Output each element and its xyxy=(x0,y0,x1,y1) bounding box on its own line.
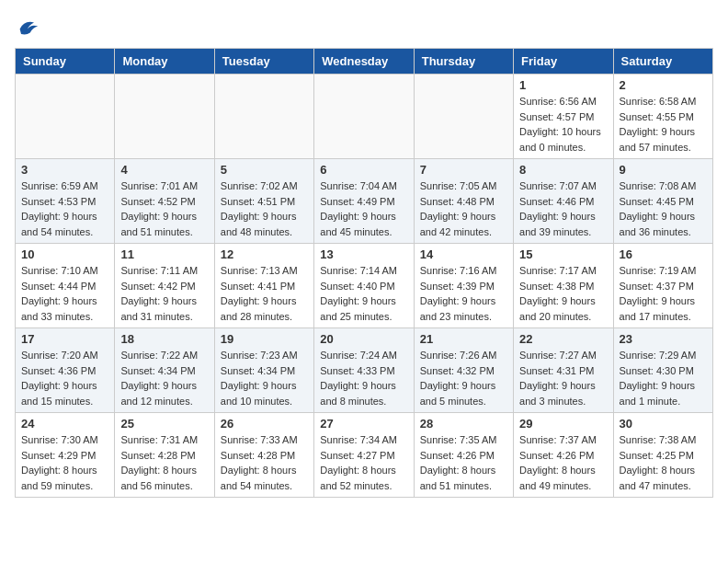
calendar-week-row: 17Sunrise: 7:20 AM Sunset: 4:36 PM Dayli… xyxy=(16,328,713,413)
calendar-cell: 28Sunrise: 7:35 AM Sunset: 4:26 PM Dayli… xyxy=(414,413,513,498)
day-number: 19 xyxy=(221,332,308,346)
logo-icon xyxy=(15,15,40,40)
day-number: 15 xyxy=(519,247,607,261)
calendar-cell: 7Sunrise: 7:05 AM Sunset: 4:48 PM Daylig… xyxy=(414,159,513,244)
day-info: Sunrise: 7:01 AM Sunset: 4:52 PM Dayligh… xyxy=(120,178,208,239)
day-number: 16 xyxy=(620,247,707,261)
day-info: Sunrise: 7:08 AM Sunset: 4:45 PM Dayligh… xyxy=(620,178,707,239)
day-info: Sunrise: 7:16 AM Sunset: 4:39 PM Dayligh… xyxy=(420,263,507,324)
calendar-cell: 9Sunrise: 7:08 AM Sunset: 4:45 PM Daylig… xyxy=(613,159,712,244)
day-info: Sunrise: 7:22 AM Sunset: 4:34 PM Dayligh… xyxy=(120,348,208,408)
day-info: Sunrise: 7:26 AM Sunset: 4:32 PM Dayligh… xyxy=(420,348,507,408)
weekday-header-monday: Monday xyxy=(115,49,214,75)
calendar-cell: 8Sunrise: 7:07 AM Sunset: 4:46 PM Daylig… xyxy=(514,159,613,244)
calendar-cell: 13Sunrise: 7:14 AM Sunset: 4:40 PM Dayli… xyxy=(314,244,414,328)
weekday-header-saturday: Saturday xyxy=(613,49,712,75)
calendar-cell: 17Sunrise: 7:20 AM Sunset: 4:36 PM Dayli… xyxy=(16,328,115,413)
day-number: 9 xyxy=(620,163,707,177)
day-info: Sunrise: 7:17 AM Sunset: 4:38 PM Dayligh… xyxy=(519,263,607,324)
day-info: Sunrise: 7:14 AM Sunset: 4:40 PM Dayligh… xyxy=(320,263,407,324)
day-number: 2 xyxy=(620,78,707,92)
calendar-cell: 16Sunrise: 7:19 AM Sunset: 4:37 PM Dayli… xyxy=(613,244,712,328)
calendar-week-row: 3Sunrise: 6:59 AM Sunset: 4:53 PM Daylig… xyxy=(16,159,713,244)
day-info: Sunrise: 7:24 AM Sunset: 4:33 PM Dayligh… xyxy=(320,348,407,408)
calendar-cell: 22Sunrise: 7:27 AM Sunset: 4:31 PM Dayli… xyxy=(514,328,613,413)
calendar-cell: 11Sunrise: 7:11 AM Sunset: 4:42 PM Dayli… xyxy=(115,244,214,328)
day-number: 22 xyxy=(519,332,607,346)
day-info: Sunrise: 7:04 AM Sunset: 4:49 PM Dayligh… xyxy=(320,178,407,239)
day-info: Sunrise: 7:13 AM Sunset: 4:41 PM Dayligh… xyxy=(221,263,308,324)
weekday-header-friday: Friday xyxy=(514,49,613,75)
calendar-cell xyxy=(16,75,115,159)
day-number: 14 xyxy=(420,247,507,261)
calendar-week-row: 10Sunrise: 7:10 AM Sunset: 4:44 PM Dayli… xyxy=(16,244,713,328)
day-info: Sunrise: 7:27 AM Sunset: 4:31 PM Dayligh… xyxy=(519,348,607,408)
calendar-cell: 20Sunrise: 7:24 AM Sunset: 4:33 PM Dayli… xyxy=(314,328,414,413)
calendar-cell: 3Sunrise: 6:59 AM Sunset: 4:53 PM Daylig… xyxy=(16,159,115,244)
day-number: 12 xyxy=(221,247,308,261)
calendar-cell: 19Sunrise: 7:23 AM Sunset: 4:34 PM Dayli… xyxy=(214,328,313,413)
calendar-cell xyxy=(414,75,513,159)
day-number: 3 xyxy=(21,163,108,177)
calendar-cell: 1Sunrise: 6:56 AM Sunset: 4:57 PM Daylig… xyxy=(514,75,613,159)
day-number: 4 xyxy=(120,163,208,177)
calendar-cell: 5Sunrise: 7:02 AM Sunset: 4:51 PM Daylig… xyxy=(214,159,313,244)
calendar-cell xyxy=(314,75,414,159)
calendar-cell: 27Sunrise: 7:34 AM Sunset: 4:27 PM Dayli… xyxy=(314,413,414,498)
day-number: 18 xyxy=(120,332,208,346)
weekday-header-sunday: Sunday xyxy=(16,49,115,75)
day-info: Sunrise: 7:02 AM Sunset: 4:51 PM Dayligh… xyxy=(221,178,308,239)
calendar-cell: 2Sunrise: 6:58 AM Sunset: 4:55 PM Daylig… xyxy=(613,75,712,159)
day-number: 7 xyxy=(420,163,507,177)
day-info: Sunrise: 7:23 AM Sunset: 4:34 PM Dayligh… xyxy=(221,348,308,408)
day-number: 30 xyxy=(620,417,707,431)
page-header xyxy=(15,15,713,40)
day-info: Sunrise: 7:05 AM Sunset: 4:48 PM Dayligh… xyxy=(420,178,507,239)
day-info: Sunrise: 7:11 AM Sunset: 4:42 PM Dayligh… xyxy=(120,263,208,324)
day-info: Sunrise: 7:10 AM Sunset: 4:44 PM Dayligh… xyxy=(21,263,108,324)
day-number: 23 xyxy=(620,332,707,346)
day-info: Sunrise: 7:34 AM Sunset: 4:27 PM Dayligh… xyxy=(320,432,407,493)
day-number: 17 xyxy=(21,332,108,346)
day-info: Sunrise: 7:20 AM Sunset: 4:36 PM Dayligh… xyxy=(21,348,108,408)
calendar-cell: 21Sunrise: 7:26 AM Sunset: 4:32 PM Dayli… xyxy=(414,328,513,413)
day-number: 6 xyxy=(320,163,407,177)
calendar-cell: 30Sunrise: 7:38 AM Sunset: 4:25 PM Dayli… xyxy=(613,413,712,498)
calendar-cell: 26Sunrise: 7:33 AM Sunset: 4:28 PM Dayli… xyxy=(214,413,313,498)
calendar-week-row: 24Sunrise: 7:30 AM Sunset: 4:29 PM Dayli… xyxy=(16,413,713,498)
day-info: Sunrise: 7:30 AM Sunset: 4:29 PM Dayligh… xyxy=(21,432,108,493)
calendar-cell: 23Sunrise: 7:29 AM Sunset: 4:30 PM Dayli… xyxy=(613,328,712,413)
day-number: 1 xyxy=(519,78,607,92)
day-number: 11 xyxy=(120,247,208,261)
day-number: 20 xyxy=(320,332,407,346)
day-number: 21 xyxy=(420,332,507,346)
day-info: Sunrise: 7:38 AM Sunset: 4:25 PM Dayligh… xyxy=(620,432,707,493)
day-number: 26 xyxy=(221,417,308,431)
calendar-week-row: 1Sunrise: 6:56 AM Sunset: 4:57 PM Daylig… xyxy=(16,75,713,159)
calendar-cell: 10Sunrise: 7:10 AM Sunset: 4:44 PM Dayli… xyxy=(16,244,115,328)
weekday-header-row: SundayMondayTuesdayWednesdayThursdayFrid… xyxy=(16,49,713,75)
day-number: 27 xyxy=(320,417,407,431)
day-info: Sunrise: 7:31 AM Sunset: 4:28 PM Dayligh… xyxy=(120,432,208,493)
calendar-cell: 12Sunrise: 7:13 AM Sunset: 4:41 PM Dayli… xyxy=(214,244,313,328)
calendar-cell: 29Sunrise: 7:37 AM Sunset: 4:26 PM Dayli… xyxy=(514,413,613,498)
day-info: Sunrise: 7:35 AM Sunset: 4:26 PM Dayligh… xyxy=(420,432,507,493)
calendar-cell xyxy=(214,75,313,159)
calendar-cell: 14Sunrise: 7:16 AM Sunset: 4:39 PM Dayli… xyxy=(414,244,513,328)
weekday-header-thursday: Thursday xyxy=(414,49,513,75)
day-number: 8 xyxy=(519,163,607,177)
calendar-cell xyxy=(115,75,214,159)
day-info: Sunrise: 7:33 AM Sunset: 4:28 PM Dayligh… xyxy=(221,432,308,493)
day-info: Sunrise: 7:29 AM Sunset: 4:30 PM Dayligh… xyxy=(620,348,707,408)
day-number: 5 xyxy=(221,163,308,177)
calendar-cell: 25Sunrise: 7:31 AM Sunset: 4:28 PM Dayli… xyxy=(115,413,214,498)
weekday-header-wednesday: Wednesday xyxy=(314,49,414,75)
day-info: Sunrise: 7:19 AM Sunset: 4:37 PM Dayligh… xyxy=(620,263,707,324)
day-number: 10 xyxy=(21,247,108,261)
day-number: 25 xyxy=(120,417,208,431)
day-info: Sunrise: 6:58 AM Sunset: 4:55 PM Dayligh… xyxy=(620,94,707,155)
logo xyxy=(15,15,44,40)
day-info: Sunrise: 6:56 AM Sunset: 4:57 PM Dayligh… xyxy=(519,94,607,155)
day-info: Sunrise: 6:59 AM Sunset: 4:53 PM Dayligh… xyxy=(21,178,108,239)
calendar-cell: 6Sunrise: 7:04 AM Sunset: 4:49 PM Daylig… xyxy=(314,159,414,244)
